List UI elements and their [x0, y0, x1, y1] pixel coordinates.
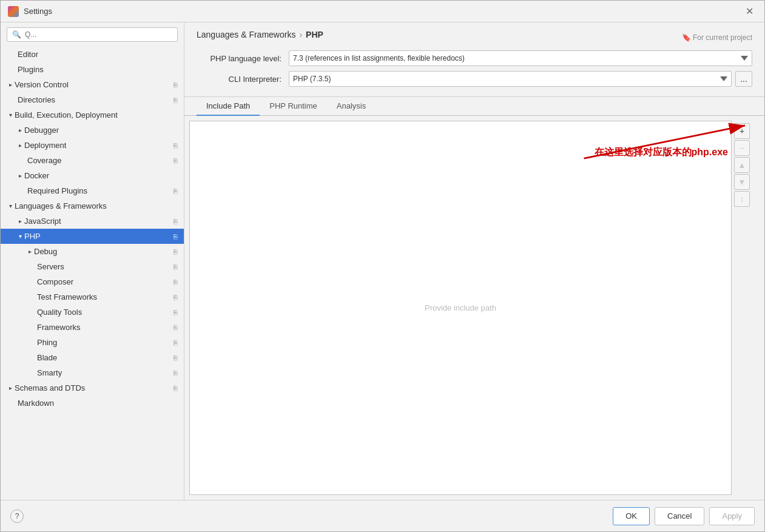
breadcrumb-current: PHP [306, 30, 323, 39]
copy-icon-servers: ⎘ [174, 263, 178, 271]
tab-content: Provide include path +−▲▼↕ [184, 116, 764, 500]
sidebar-item-required-plugins[interactable]: Required Plugins⎘ [1, 183, 184, 198]
dots-button[interactable]: ... [735, 71, 752, 87]
chevron-deployment: ▸ [19, 142, 22, 149]
copy-icon-quality-tools: ⎘ [174, 309, 178, 316]
search-input[interactable] [25, 30, 172, 39]
copy-icon-test-frameworks: ⎘ [174, 294, 178, 301]
sidebar-item-debugger[interactable]: ▸Debugger [1, 123, 184, 138]
title-bar: Settings ✕ [1, 1, 764, 22]
copy-icon-smarty: ⎘ [174, 369, 178, 377]
search-box[interactable]: 🔍 [7, 27, 178, 42]
sidebar-label-quality-tools: Quality Tools [37, 308, 171, 317]
chevron-debugger: ▸ [19, 127, 22, 133]
sidebar-item-coverage[interactable]: Coverage⎘ [1, 153, 184, 168]
sidebar-item-docker[interactable]: ▸Docker [1, 168, 184, 183]
sidebar-item-languages-frameworks[interactable]: ▾Languages & Frameworks [1, 198, 184, 214]
sidebar-label-build-execution-deployment: Build, Execution, Deployment [15, 110, 178, 120]
bottom-buttons: OK Cancel Apply [613, 507, 755, 525]
sidebar-label-languages-frameworks: Languages & Frameworks [15, 201, 178, 210]
main-content: 🔍 EditorPlugins▸Version Control⎘Director… [1, 22, 764, 500]
sidebar-label-debug: Debug [34, 247, 171, 256]
ok-button[interactable]: OK [613, 507, 650, 525]
sidebar-item-composer[interactable]: Composer⎘ [1, 274, 184, 289]
breadcrumb-separator: › [299, 30, 302, 39]
sidebar-label-coverage: Coverage [27, 156, 171, 165]
sidebar-item-debug[interactable]: ▸Debug⎘ [1, 244, 184, 259]
sidebar-item-javascript[interactable]: ▸JavaScript⎘ [1, 214, 184, 229]
copy-icon-directories: ⎘ [174, 96, 178, 104]
close-button[interactable]: ✕ [742, 4, 757, 18]
sidebar-label-frameworks: Frameworks [37, 323, 171, 332]
language-level-label: PHP language level: [197, 54, 281, 63]
right-panel: Languages & Frameworks › PHP 🔖 For curre… [184, 22, 764, 500]
add-toolbar-button[interactable]: + [734, 123, 750, 139]
sidebar-label-phing: Phing [37, 338, 171, 347]
sidebar-label-test-frameworks: Test Frameworks [37, 292, 171, 301]
sort-toolbar-button: ↕ [734, 191, 750, 207]
window-title: Settings [24, 7, 742, 16]
sidebar: 🔍 EditorPlugins▸Version Control⎘Director… [1, 22, 184, 500]
for-current-project-icon: 🔖 [682, 33, 691, 42]
tab-include-path[interactable]: Include Path [197, 97, 260, 116]
cancel-button[interactable]: Cancel [655, 507, 704, 525]
copy-icon-debug: ⎘ [174, 248, 178, 255]
sidebar-label-directories: Directories [18, 95, 171, 104]
sidebar-label-smarty: Smarty [37, 368, 171, 377]
sidebar-item-build-execution-deployment[interactable]: ▾Build, Execution, Deployment [1, 107, 184, 123]
tabs-bar: Include PathPHP RuntimeAnalysis [184, 97, 764, 116]
cli-interpreter-label: CLI Interpreter: [197, 75, 281, 84]
sidebar-label-docker: Docker [24, 171, 178, 180]
copy-icon-required-plugins: ⎘ [174, 187, 178, 195]
copy-icon-php: ⎘ [174, 233, 178, 240]
sidebar-item-directories[interactable]: Directories⎘ [1, 92, 184, 107]
language-level-row: PHP language level: 7.3 (references in l… [197, 50, 752, 66]
cli-interpreter-select[interactable]: PHP (7.3.5) [289, 71, 732, 87]
sidebar-item-plugins[interactable]: Plugins [1, 62, 184, 77]
sidebar-item-version-control[interactable]: ▸Version Control⎘ [1, 77, 184, 92]
up-toolbar-button: ▲ [734, 157, 750, 173]
tab-analysis[interactable]: Analysis [327, 97, 376, 116]
sidebar-item-test-frameworks[interactable]: Test Frameworks⎘ [1, 289, 184, 305]
sidebar-item-php[interactable]: ▾PHP⎘ [1, 229, 184, 244]
sidebar-items-list: EditorPlugins▸Version Control⎘Directorie… [1, 47, 184, 500]
down-toolbar-button: ▼ [734, 174, 750, 190]
sidebar-item-quality-tools[interactable]: Quality Tools⎘ [1, 305, 184, 320]
help-button[interactable]: ? [10, 510, 24, 523]
side-toolbar: +−▲▼↕ [732, 121, 752, 495]
copy-icon-coverage: ⎘ [174, 157, 178, 164]
sidebar-label-php: PHP [24, 232, 171, 241]
chevron-languages-frameworks: ▾ [9, 203, 12, 209]
chevron-version-control: ▸ [9, 81, 12, 88]
include-path-area: Provide include path [189, 121, 732, 495]
for-current-project-label: For current project [693, 33, 752, 42]
apply-button[interactable]: Apply [709, 507, 755, 525]
tab-php-runtime[interactable]: PHP Runtime [260, 97, 327, 116]
sidebar-item-deployment[interactable]: ▸Deployment⎘ [1, 138, 184, 153]
sidebar-label-markdown: Markdown [18, 399, 178, 408]
language-level-select[interactable]: 7.3 (references in list assignments, fle… [289, 50, 752, 66]
sidebar-item-markdown[interactable]: Markdown [1, 396, 184, 411]
sidebar-item-blade[interactable]: Blade⎘ [1, 350, 184, 365]
bottom-bar: ? OK Cancel Apply [1, 500, 764, 531]
copy-icon-deployment: ⎘ [174, 142, 178, 149]
chevron-debug: ▸ [29, 248, 32, 255]
sidebar-item-schemas-and-dtds[interactable]: ▸Schemas and DTDs⎘ [1, 380, 184, 396]
sidebar-item-servers[interactable]: Servers⎘ [1, 259, 184, 274]
sidebar-item-editor[interactable]: Editor [1, 47, 184, 62]
panel-header: Languages & Frameworks › PHP 🔖 For curre… [184, 22, 764, 97]
chevron-javascript: ▸ [19, 218, 22, 224]
sidebar-item-smarty[interactable]: Smarty⎘ [1, 365, 184, 380]
chevron-schemas-and-dtds: ▸ [9, 385, 12, 391]
include-path-placeholder: Provide include path [425, 303, 496, 312]
copy-icon-schemas-and-dtds: ⎘ [174, 385, 178, 392]
sidebar-label-servers: Servers [37, 262, 171, 271]
sidebar-item-frameworks[interactable]: Frameworks⎘ [1, 320, 184, 335]
copy-icon-frameworks: ⎘ [174, 324, 178, 331]
sidebar-label-editor: Editor [18, 50, 178, 59]
sidebar-label-javascript: JavaScript [24, 217, 171, 226]
copy-icon-composer: ⎘ [174, 278, 178, 286]
chevron-build-execution-deployment: ▾ [9, 112, 12, 118]
sidebar-label-schemas-and-dtds: Schemas and DTDs [15, 383, 171, 392]
sidebar-item-phing[interactable]: Phing⎘ [1, 335, 184, 350]
